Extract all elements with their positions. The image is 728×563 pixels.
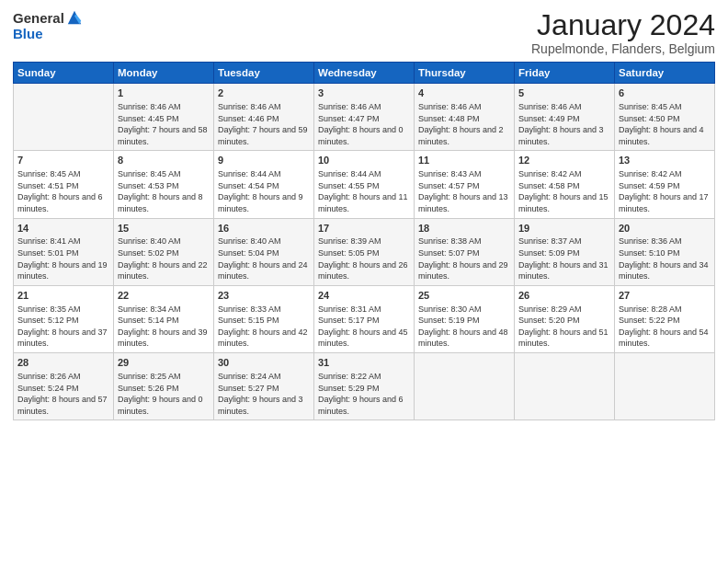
day-info: Sunrise: 8:44 AMSunset: 4:54 PMDaylight:…	[218, 168, 310, 214]
table-row	[14, 84, 114, 151]
table-row: 20Sunrise: 8:36 AMSunset: 5:10 PMDayligh…	[615, 218, 715, 285]
logo: General Blue	[13, 9, 83, 42]
col-thursday: Thursday	[415, 63, 515, 84]
day-number: 3	[318, 86, 410, 100]
table-row	[615, 353, 715, 420]
table-row: 6Sunrise: 8:45 AMSunset: 4:50 PMDaylight…	[615, 84, 715, 151]
day-number: 23	[218, 289, 310, 303]
day-number: 27	[619, 289, 711, 303]
day-number: 20	[619, 222, 711, 236]
day-number: 8	[118, 154, 210, 167]
day-info: Sunrise: 8:46 AMSunset: 4:45 PMDaylight:…	[118, 101, 210, 147]
day-info: Sunrise: 8:41 AMSunset: 5:01 PMDaylight:…	[17, 236, 109, 282]
day-number: 7	[17, 154, 109, 167]
day-info: Sunrise: 8:40 AMSunset: 5:04 PMDaylight:…	[218, 236, 310, 282]
day-number: 21	[17, 289, 109, 303]
day-info: Sunrise: 8:44 AMSunset: 4:55 PMDaylight:…	[318, 168, 410, 214]
col-sunday: Sunday	[14, 63, 114, 84]
day-info: Sunrise: 8:45 AMSunset: 4:50 PMDaylight:…	[619, 101, 711, 147]
day-number: 18	[418, 222, 510, 236]
day-info: Sunrise: 8:46 AMSunset: 4:49 PMDaylight:…	[518, 101, 610, 147]
day-number: 30	[218, 356, 310, 370]
day-info: Sunrise: 8:42 AMSunset: 4:59 PMDaylight:…	[619, 168, 711, 214]
page: General Blue January 2024 Rupelmonde, Fl…	[0, 0, 728, 563]
day-number: 2	[218, 86, 310, 100]
day-info: Sunrise: 8:37 AMSunset: 5:09 PMDaylight:…	[518, 236, 610, 282]
table-row: 28Sunrise: 8:26 AMSunset: 5:24 PMDayligh…	[14, 353, 114, 420]
table-row: 2Sunrise: 8:46 AMSunset: 4:46 PMDaylight…	[214, 84, 314, 151]
day-number: 10	[318, 154, 410, 167]
table-row: 18Sunrise: 8:38 AMSunset: 5:07 PMDayligh…	[415, 218, 515, 285]
day-info: Sunrise: 8:30 AMSunset: 5:19 PMDaylight:…	[418, 304, 510, 350]
day-info: Sunrise: 8:34 AMSunset: 5:14 PMDaylight:…	[118, 304, 210, 350]
table-row: 10Sunrise: 8:44 AMSunset: 4:55 PMDayligh…	[314, 151, 415, 218]
day-info: Sunrise: 8:22 AMSunset: 5:29 PMDaylight:…	[318, 371, 410, 417]
logo-blue: Blue	[13, 26, 43, 41]
calendar-row: 7Sunrise: 8:45 AMSunset: 4:51 PMDaylight…	[14, 151, 715, 218]
table-row: 29Sunrise: 8:25 AMSunset: 5:26 PMDayligh…	[114, 353, 214, 420]
col-tuesday: Tuesday	[214, 63, 314, 84]
logo-general: General	[13, 10, 64, 26]
day-info: Sunrise: 8:36 AMSunset: 5:10 PMDaylight:…	[619, 236, 711, 282]
table-row: 9Sunrise: 8:44 AMSunset: 4:54 PMDaylight…	[214, 151, 314, 218]
table-row: 4Sunrise: 8:46 AMSunset: 4:48 PMDaylight…	[415, 84, 515, 151]
table-row: 30Sunrise: 8:24 AMSunset: 5:27 PMDayligh…	[214, 353, 314, 420]
day-info: Sunrise: 8:24 AMSunset: 5:27 PMDaylight:…	[218, 371, 310, 417]
day-info: Sunrise: 8:26 AMSunset: 5:24 PMDaylight:…	[17, 371, 109, 417]
subtitle: Rupelmonde, Flanders, Belgium	[531, 41, 715, 56]
table-row: 7Sunrise: 8:45 AMSunset: 4:51 PMDaylight…	[14, 151, 114, 218]
calendar-row: 14Sunrise: 8:41 AMSunset: 5:01 PMDayligh…	[14, 218, 715, 285]
table-row: 3Sunrise: 8:46 AMSunset: 4:47 PMDaylight…	[314, 84, 415, 151]
day-info: Sunrise: 8:31 AMSunset: 5:17 PMDaylight:…	[318, 304, 410, 350]
col-friday: Friday	[515, 63, 615, 84]
day-info: Sunrise: 8:45 AMSunset: 4:51 PMDaylight:…	[17, 168, 109, 214]
col-wednesday: Wednesday	[314, 63, 415, 84]
day-info: Sunrise: 8:43 AMSunset: 4:57 PMDaylight:…	[418, 168, 510, 214]
table-row: 25Sunrise: 8:30 AMSunset: 5:19 PMDayligh…	[415, 285, 515, 352]
table-row: 27Sunrise: 8:28 AMSunset: 5:22 PMDayligh…	[615, 285, 715, 352]
table-row: 19Sunrise: 8:37 AMSunset: 5:09 PMDayligh…	[515, 218, 615, 285]
day-info: Sunrise: 8:46 AMSunset: 4:46 PMDaylight:…	[218, 101, 310, 147]
calendar-table: Sunday Monday Tuesday Wednesday Thursday…	[13, 62, 715, 420]
day-number: 25	[418, 289, 510, 303]
day-number: 22	[118, 289, 210, 303]
day-number: 24	[318, 289, 410, 303]
table-row: 5Sunrise: 8:46 AMSunset: 4:49 PMDaylight…	[515, 84, 615, 151]
day-number: 13	[619, 154, 711, 167]
table-row: 22Sunrise: 8:34 AMSunset: 5:14 PMDayligh…	[114, 285, 214, 352]
day-number: 4	[418, 86, 510, 100]
day-info: Sunrise: 8:25 AMSunset: 5:26 PMDaylight:…	[118, 371, 210, 417]
day-info: Sunrise: 8:40 AMSunset: 5:02 PMDaylight:…	[118, 236, 210, 282]
day-number: 26	[518, 289, 610, 303]
main-title: January 2024	[531, 9, 715, 41]
calendar-row: 1Sunrise: 8:46 AMSunset: 4:45 PMDaylight…	[14, 84, 715, 151]
day-number: 31	[318, 356, 410, 370]
day-info: Sunrise: 8:39 AMSunset: 5:05 PMDaylight:…	[318, 236, 410, 282]
day-info: Sunrise: 8:46 AMSunset: 4:48 PMDaylight:…	[418, 101, 510, 147]
day-number: 1	[118, 86, 210, 100]
day-number: 12	[518, 154, 610, 167]
day-info: Sunrise: 8:42 AMSunset: 4:58 PMDaylight:…	[518, 168, 610, 214]
col-saturday: Saturday	[615, 63, 715, 84]
table-row	[515, 353, 615, 420]
table-row: 11Sunrise: 8:43 AMSunset: 4:57 PMDayligh…	[415, 151, 515, 218]
day-number: 17	[318, 222, 410, 236]
header-row: Sunday Monday Tuesday Wednesday Thursday…	[14, 63, 715, 84]
table-row: 16Sunrise: 8:40 AMSunset: 5:04 PMDayligh…	[214, 218, 314, 285]
day-info: Sunrise: 8:38 AMSunset: 5:07 PMDaylight:…	[418, 236, 510, 282]
title-block: January 2024 Rupelmonde, Flanders, Belgi…	[531, 9, 715, 56]
day-number: 9	[218, 154, 310, 167]
header: General Blue January 2024 Rupelmonde, Fl…	[13, 9, 715, 56]
day-number: 19	[518, 222, 610, 236]
day-number: 29	[118, 356, 210, 370]
table-row: 23Sunrise: 8:33 AMSunset: 5:15 PMDayligh…	[214, 285, 314, 352]
table-row: 13Sunrise: 8:42 AMSunset: 4:59 PMDayligh…	[615, 151, 715, 218]
day-number: 14	[17, 222, 109, 236]
table-row: 21Sunrise: 8:35 AMSunset: 5:12 PMDayligh…	[14, 285, 114, 352]
table-row: 1Sunrise: 8:46 AMSunset: 4:45 PMDaylight…	[114, 84, 214, 151]
table-row: 24Sunrise: 8:31 AMSunset: 5:17 PMDayligh…	[314, 285, 415, 352]
table-row: 26Sunrise: 8:29 AMSunset: 5:20 PMDayligh…	[515, 285, 615, 352]
col-monday: Monday	[114, 63, 214, 84]
day-number: 15	[118, 222, 210, 236]
day-info: Sunrise: 8:28 AMSunset: 5:22 PMDaylight:…	[619, 304, 711, 350]
